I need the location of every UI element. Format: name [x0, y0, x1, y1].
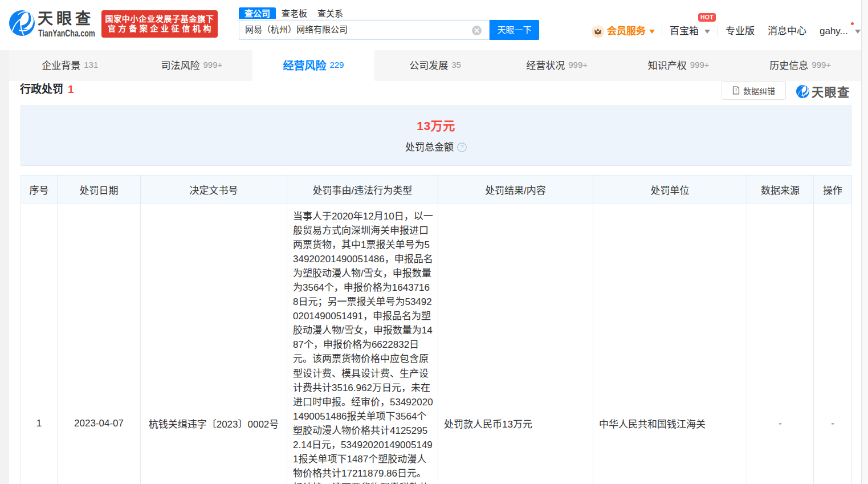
svg-text:?: ? — [460, 144, 463, 151]
